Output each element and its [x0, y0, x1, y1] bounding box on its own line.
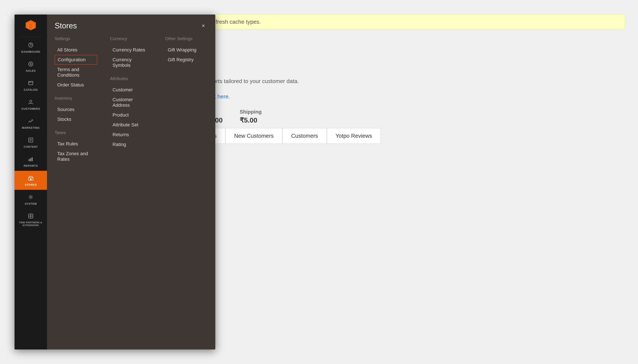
- currency-heading: Currency: [110, 36, 153, 41]
- menu-configuration[interactable]: Configuration: [55, 55, 97, 65]
- dashboard-icon: [27, 41, 35, 49]
- marketing-label: MARKETING: [22, 126, 40, 129]
- sidebar-item-catalog[interactable]: CATALOG: [15, 76, 47, 95]
- bg-description: reports tailored to your customer data.: [205, 77, 621, 86]
- sidebar-item-stores[interactable]: STORES: [15, 171, 47, 190]
- svg-point-19: [30, 196, 32, 198]
- svg-rect-18: [30, 178, 32, 180]
- shipping-stat: Shipping ₹5.00: [240, 109, 262, 124]
- sidebar-item-extensions[interactable]: FIND PARTNERS & EXTENSIONS: [15, 209, 47, 230]
- bg-tab-new-customers[interactable]: New Customers: [225, 128, 282, 144]
- system-icon: [27, 193, 35, 201]
- stores-label: STORES: [25, 183, 37, 186]
- other-settings-heading: Other Settings: [165, 36, 208, 41]
- svg-rect-16: [32, 157, 33, 161]
- menu-attr-set[interactable]: Attribute Set: [110, 120, 153, 130]
- svg-rect-7: [29, 81, 33, 85]
- sales-label: SALES: [26, 69, 36, 72]
- background-stats: Tax ₹0.00 Shipping ₹5.00: [201, 98, 625, 128]
- extensions-label: FIND PARTNERS & EXTENSIONS: [16, 221, 45, 227]
- menu-attr-returns[interactable]: Returns: [110, 130, 153, 140]
- modal-content: Stores × Settings All Stores Configurati…: [47, 14, 215, 350]
- svg-rect-20: [29, 214, 31, 216]
- menu-gift-registry[interactable]: Gift Registry: [165, 55, 208, 65]
- modal-body: Settings All Stores Configuration Terms …: [47, 34, 215, 350]
- menu-attr-customer[interactable]: Customer: [110, 85, 153, 95]
- svg-point-8: [30, 100, 32, 102]
- menu-gift-wrapping[interactable]: Gift Wrapping: [165, 45, 208, 55]
- sidebar-item-dashboard[interactable]: DASHBOARD: [15, 38, 47, 57]
- stores-window: DASHBOARD $ SALES CATALOG: [15, 14, 215, 350]
- extensions-icon: [27, 212, 35, 220]
- bg-tab-yotpo[interactable]: Yotpo Reviews: [327, 128, 381, 144]
- dashboard-label: DASHBOARD: [21, 50, 40, 53]
- col-settings: Settings All Stores Configuration Terms …: [55, 34, 97, 342]
- customers-label: CUSTOMERS: [21, 107, 40, 110]
- svg-rect-23: [31, 216, 33, 218]
- inventory-heading: Inventory: [55, 96, 97, 101]
- menu-attr-rating[interactable]: Rating: [110, 140, 153, 150]
- svg-rect-21: [31, 214, 33, 216]
- background-tabs: cts New Customers Customers Yotpo Review…: [201, 128, 625, 144]
- sidebar-divider-top: [20, 37, 42, 37]
- magento-logo-icon: [25, 19, 37, 31]
- svg-point-4: [30, 44, 31, 46]
- menu-all-stores[interactable]: All Stores: [55, 45, 97, 55]
- bg-tab-customers[interactable]: Customers: [282, 128, 327, 144]
- menu-attr-product[interactable]: Product: [110, 110, 153, 120]
- settings-heading: Settings: [55, 36, 97, 41]
- sales-icon: $: [27, 60, 35, 68]
- sidebar-item-sales[interactable]: $ SALES: [15, 57, 47, 76]
- svg-rect-15: [30, 158, 31, 161]
- customers-icon: [27, 98, 35, 106]
- sidebar-item-system[interactable]: SYSTEM: [15, 190, 47, 209]
- close-button[interactable]: ×: [199, 22, 208, 30]
- reports-label: REPORTS: [24, 164, 38, 168]
- menu-terms[interactable]: Terms and Conditions: [55, 65, 97, 80]
- menu-order-status[interactable]: Order Status: [55, 80, 97, 90]
- modal-title: Stores: [55, 21, 77, 30]
- sidebar: DASHBOARD $ SALES CATALOG: [15, 14, 47, 350]
- col-other: Other Settings Gift Wrapping Gift Regist…: [165, 34, 208, 342]
- content-icon: [27, 136, 35, 144]
- notification-bar: d refresh cache types.: [201, 14, 625, 29]
- reports-icon: [27, 155, 35, 163]
- sidebar-logo: [15, 14, 47, 36]
- menu-stocks[interactable]: Stocks: [55, 114, 97, 124]
- menu-currency-rates[interactable]: Currency Rates: [110, 45, 153, 55]
- modal-header: Stores ×: [47, 14, 215, 34]
- svg-text:$: $: [30, 62, 32, 66]
- menu-sources[interactable]: Sources: [55, 104, 97, 114]
- sidebar-item-reports[interactable]: REPORTS: [15, 152, 47, 171]
- menu-attr-customer-address[interactable]: Customer Address: [110, 95, 153, 110]
- catalog-icon: [27, 79, 35, 87]
- stores-icon: [27, 174, 35, 182]
- menu-currency-symbols[interactable]: Currency Symbols: [110, 55, 153, 70]
- menu-tax-rules[interactable]: Tax Rules: [55, 139, 97, 149]
- sidebar-item-marketing[interactable]: MARKETING: [15, 114, 47, 133]
- svg-marker-2: [29, 24, 33, 30]
- sidebar-item-content[interactable]: CONTENT: [15, 133, 47, 152]
- taxes-heading: Taxes: [55, 130, 97, 135]
- svg-rect-14: [29, 159, 30, 161]
- system-label: SYSTEM: [25, 202, 37, 206]
- svg-rect-22: [29, 216, 31, 218]
- sidebar-item-customers[interactable]: CUSTOMERS: [15, 95, 47, 114]
- catalog-label: CATALOG: [24, 88, 38, 91]
- col-currency: Currency Currency Rates Currency Symbols…: [110, 34, 153, 342]
- menu-tax-zones[interactable]: Tax Zones and Rates: [55, 149, 97, 164]
- content-label: CONTENT: [24, 145, 38, 148]
- attributes-heading: Attributes: [110, 76, 153, 81]
- marketing-icon: [27, 117, 35, 125]
